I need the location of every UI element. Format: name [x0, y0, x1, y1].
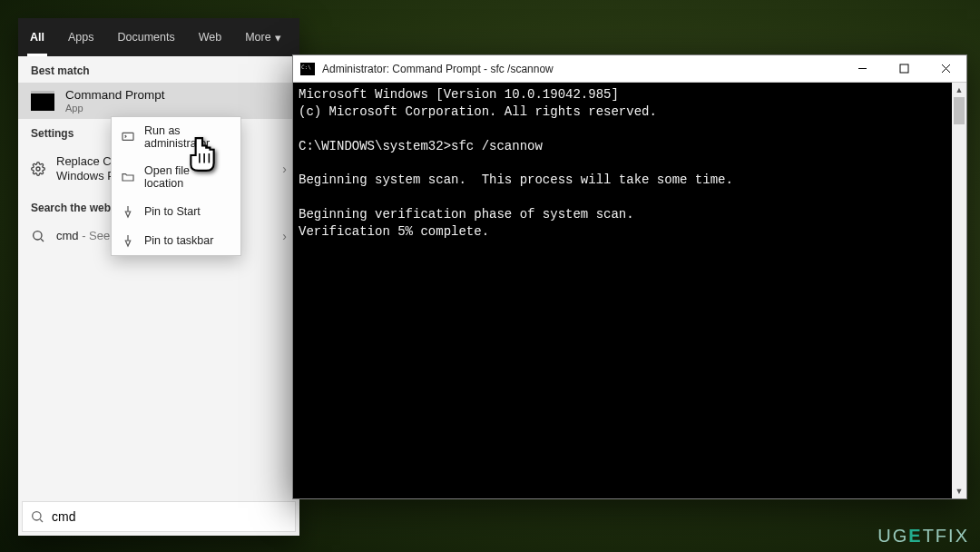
- ctx-label: Pin to Start: [144, 205, 201, 218]
- window-title-bar[interactable]: Administrator: Command Prompt - sfc /sca…: [293, 55, 966, 83]
- close-button[interactable]: [925, 55, 966, 82]
- svg-line-2: [41, 239, 44, 242]
- scroll-up-icon[interactable]: ▲: [952, 83, 966, 97]
- maximize-button[interactable]: [883, 55, 925, 82]
- command-prompt-icon: [31, 91, 54, 111]
- ctx-label: Pin to taskbar: [144, 234, 213, 247]
- ctx-open-file-location[interactable]: Open file location: [112, 157, 240, 197]
- svg-point-1: [34, 231, 42, 239]
- ctx-run-as-administrator[interactable]: Run as administrator: [112, 117, 240, 157]
- ctx-pin-to-start[interactable]: Pin to Start: [112, 197, 240, 226]
- terminal-scrollbar[interactable]: ▲ ▼: [952, 83, 966, 498]
- folder-open-icon: [121, 170, 135, 184]
- ctx-label: Run as administrator: [144, 124, 231, 150]
- svg-line-4: [40, 519, 43, 522]
- svg-point-3: [33, 512, 41, 520]
- cmd-title-icon: [300, 63, 315, 75]
- svg-rect-5: [122, 133, 133, 140]
- best-match-subtitle: App: [65, 103, 287, 113]
- watermark-logo: UGETFIX: [877, 526, 969, 547]
- chevron-down-icon: ▾: [275, 31, 281, 44]
- close-icon: [941, 64, 951, 74]
- gear-icon: [31, 162, 45, 176]
- start-search-panel: All Apps Documents Web More ▾ Best match…: [18, 18, 299, 536]
- terminal-output[interactable]: Microsoft Windows [Version 10.0.19042.98…: [293, 83, 952, 498]
- maximize-icon: [899, 64, 909, 74]
- search-icon: [31, 229, 45, 243]
- ctx-pin-to-taskbar[interactable]: Pin to taskbar: [112, 226, 240, 255]
- search-bar[interactable]: [22, 501, 296, 532]
- pin-taskbar-icon: [121, 233, 135, 248]
- context-menu: Run as administrator Open file location …: [111, 116, 241, 256]
- pin-start-icon: [121, 204, 135, 219]
- best-match-command-prompt[interactable]: Command Prompt App: [18, 83, 299, 119]
- search-scope-tabs: All Apps Documents Web More ▾: [18, 18, 299, 56]
- svg-rect-10: [900, 64, 908, 73]
- minimize-button[interactable]: [841, 55, 883, 82]
- minimize-icon: [858, 64, 867, 74]
- shield-admin-icon: [121, 130, 135, 144]
- tab-all[interactable]: All: [18, 18, 56, 56]
- tab-more[interactable]: More ▾: [233, 18, 292, 56]
- best-match-header: Best match: [18, 56, 299, 83]
- tab-apps[interactable]: Apps: [56, 18, 106, 56]
- search-icon: [30, 509, 44, 524]
- tab-web[interactable]: Web: [187, 18, 233, 56]
- chevron-right-icon: ›: [282, 162, 287, 176]
- scroll-down-icon[interactable]: ▼: [952, 484, 966, 498]
- tab-documents[interactable]: Documents: [105, 18, 186, 56]
- chevron-right-icon: ›: [282, 229, 287, 243]
- window-title: Administrator: Command Prompt - sfc /sca…: [322, 63, 841, 75]
- ctx-label: Open file location: [144, 164, 231, 190]
- search-input[interactable]: [52, 509, 288, 524]
- command-prompt-window: Administrator: Command Prompt - sfc /sca…: [292, 54, 967, 499]
- svg-point-0: [36, 167, 40, 171]
- best-match-title: Command Prompt: [65, 88, 287, 103]
- scroll-thumb[interactable]: [954, 97, 965, 124]
